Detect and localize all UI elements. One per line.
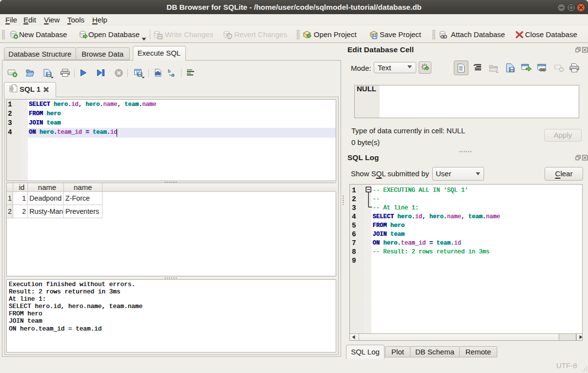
svg-text:b: b bbox=[168, 68, 171, 74]
